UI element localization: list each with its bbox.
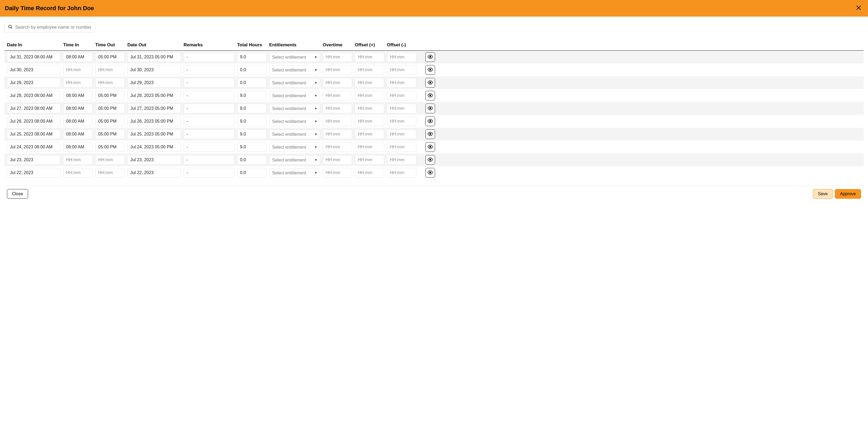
- date-in-input[interactable]: [7, 116, 60, 126]
- overtime-input[interactable]: [323, 104, 352, 113]
- remarks-input[interactable]: [184, 78, 235, 88]
- time-in-input[interactable]: [63, 78, 93, 88]
- time-out-input[interactable]: [95, 155, 125, 165]
- view-button[interactable]: [426, 168, 435, 177]
- time-in-input[interactable]: [63, 65, 93, 75]
- save-button[interactable]: Save: [813, 189, 833, 199]
- offset-minus-input[interactable]: [387, 91, 416, 101]
- date-in-input[interactable]: [7, 91, 60, 101]
- remarks-input[interactable]: [184, 104, 235, 113]
- remarks-input[interactable]: [184, 116, 235, 126]
- offset-minus-input[interactable]: [387, 116, 416, 126]
- time-in-input[interactable]: [63, 52, 93, 62]
- time-in-input[interactable]: [63, 155, 93, 165]
- time-in-input[interactable]: [63, 142, 93, 152]
- overtime-input[interactable]: [323, 116, 352, 126]
- time-out-input[interactable]: [95, 104, 125, 113]
- overtime-input[interactable]: [323, 65, 352, 75]
- date-out-input[interactable]: [127, 155, 181, 165]
- remarks-input[interactable]: [184, 168, 235, 177]
- offset-plus-input[interactable]: [355, 129, 384, 139]
- entitlement-select[interactable]: Select entitlement: [269, 168, 320, 177]
- date-out-input[interactable]: [127, 116, 181, 126]
- offset-plus-input[interactable]: [355, 155, 384, 165]
- entitlement-select[interactable]: Select entitlement: [269, 130, 320, 139]
- total-hours-input[interactable]: [237, 104, 267, 113]
- time-out-input[interactable]: [95, 142, 125, 152]
- entitlement-select[interactable]: Select entitlement: [269, 53, 320, 62]
- remarks-input[interactable]: [184, 142, 235, 152]
- entitlement-select[interactable]: Select entitlement: [269, 142, 320, 152]
- overtime-input[interactable]: [323, 142, 352, 152]
- date-out-input[interactable]: [127, 91, 181, 101]
- date-in-input[interactable]: [7, 142, 60, 152]
- date-in-input[interactable]: [7, 52, 60, 62]
- overtime-input[interactable]: [323, 129, 352, 139]
- total-hours-input[interactable]: [237, 65, 267, 75]
- time-in-input[interactable]: [63, 91, 93, 101]
- date-out-input[interactable]: [127, 78, 181, 88]
- offset-minus-input[interactable]: [387, 104, 416, 113]
- remarks-input[interactable]: [184, 52, 235, 62]
- view-button[interactable]: [426, 104, 435, 113]
- approve-button[interactable]: Approve: [835, 189, 861, 199]
- offset-plus-input[interactable]: [355, 78, 384, 88]
- entitlement-select[interactable]: Select entitlement: [269, 91, 320, 101]
- offset-plus-input[interactable]: [355, 116, 384, 126]
- view-button[interactable]: [426, 155, 435, 165]
- offset-minus-input[interactable]: [387, 168, 416, 177]
- total-hours-input[interactable]: [237, 78, 267, 88]
- time-out-input[interactable]: [95, 52, 125, 62]
- offset-plus-input[interactable]: [355, 104, 384, 113]
- offset-plus-input[interactable]: [355, 142, 384, 152]
- date-in-input[interactable]: [7, 65, 60, 75]
- offset-minus-input[interactable]: [387, 142, 416, 152]
- offset-minus-input[interactable]: [387, 129, 416, 139]
- offset-minus-input[interactable]: [387, 52, 416, 62]
- offset-minus-input[interactable]: [387, 65, 416, 75]
- time-out-input[interactable]: [95, 129, 125, 139]
- total-hours-input[interactable]: [237, 168, 267, 177]
- time-out-input[interactable]: [95, 116, 125, 126]
- search-input[interactable]: [15, 25, 92, 30]
- view-button[interactable]: [426, 52, 435, 62]
- time-in-input[interactable]: [63, 104, 93, 113]
- total-hours-input[interactable]: [237, 52, 267, 62]
- overtime-input[interactable]: [323, 78, 352, 88]
- offset-minus-input[interactable]: [387, 78, 416, 88]
- view-button[interactable]: [426, 129, 435, 139]
- view-button[interactable]: [426, 78, 435, 88]
- entitlement-select[interactable]: Select entitlement: [269, 104, 320, 113]
- remarks-input[interactable]: [184, 91, 235, 101]
- date-out-input[interactable]: [127, 168, 181, 177]
- time-in-input[interactable]: [63, 129, 93, 139]
- total-hours-input[interactable]: [237, 91, 267, 101]
- total-hours-input[interactable]: [237, 155, 267, 165]
- date-out-input[interactable]: [127, 142, 181, 152]
- date-out-input[interactable]: [127, 129, 181, 139]
- view-button[interactable]: [426, 91, 435, 101]
- overtime-input[interactable]: [323, 91, 352, 101]
- overtime-input[interactable]: [323, 168, 352, 177]
- search-field-wrap[interactable]: [4, 22, 95, 33]
- date-in-input[interactable]: [7, 129, 60, 139]
- entitlement-select[interactable]: Select entitlement: [269, 155, 320, 165]
- entitlement-select[interactable]: Select entitlement: [269, 65, 320, 75]
- remarks-input[interactable]: [184, 65, 235, 75]
- date-in-input[interactable]: [7, 78, 60, 88]
- overtime-input[interactable]: [323, 52, 352, 62]
- offset-plus-input[interactable]: [355, 52, 384, 62]
- close-icon[interactable]: [854, 4, 863, 13]
- date-out-input[interactable]: [127, 65, 181, 75]
- view-button[interactable]: [426, 116, 435, 126]
- time-out-input[interactable]: [95, 78, 125, 88]
- view-button[interactable]: [426, 65, 435, 75]
- time-out-input[interactable]: [95, 65, 125, 75]
- date-in-input[interactable]: [7, 168, 60, 177]
- time-in-input[interactable]: [63, 168, 93, 177]
- entitlement-select[interactable]: Select entitlement: [269, 78, 320, 88]
- overtime-input[interactable]: [323, 155, 352, 165]
- entitlement-select[interactable]: Select entitlement: [269, 117, 320, 126]
- time-out-input[interactable]: [95, 168, 125, 177]
- date-out-input[interactable]: [127, 104, 181, 113]
